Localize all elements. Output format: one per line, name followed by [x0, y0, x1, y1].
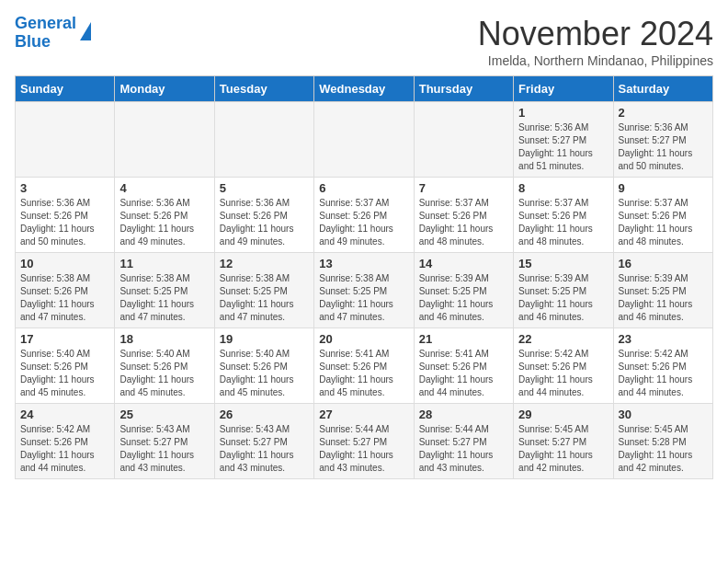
day-number: 1 [518, 106, 608, 120]
calendar-cell: 29Sunrise: 5:45 AM Sunset: 5:27 PM Dayli… [514, 404, 613, 479]
day-info: Sunrise: 5:41 AM Sunset: 5:26 PM Dayligh… [319, 348, 408, 399]
day-info: Sunrise: 5:38 AM Sunset: 5:26 PM Dayligh… [20, 272, 109, 324]
day-info: Sunrise: 5:45 AM Sunset: 5:28 PM Dayligh… [619, 423, 708, 475]
weekday-header-sunday: Sunday [16, 76, 115, 102]
calendar-cell: 18Sunrise: 5:40 AM Sunset: 5:26 PM Dayli… [115, 328, 214, 404]
day-info: Sunrise: 5:42 AM Sunset: 5:26 PM Dayligh… [20, 423, 109, 475]
day-number: 8 [518, 181, 608, 195]
calendar-cell: 12Sunrise: 5:38 AM Sunset: 5:25 PM Dayli… [214, 253, 313, 328]
day-info: Sunrise: 5:42 AM Sunset: 5:26 PM Dayligh… [518, 348, 608, 399]
day-info: Sunrise: 5:43 AM Sunset: 5:27 PM Dayligh… [119, 423, 209, 475]
logo-line2: Blue [15, 33, 76, 52]
day-number: 25 [119, 408, 209, 421]
calendar-cell: 9Sunrise: 5:37 AM Sunset: 5:26 PM Daylig… [613, 178, 712, 253]
logo-text: General Blue [15, 15, 76, 52]
calendar-cell: 1Sunrise: 5:36 AM Sunset: 5:27 PM Daylig… [514, 102, 613, 178]
day-info: Sunrise: 5:39 AM Sunset: 5:25 PM Dayligh… [518, 272, 608, 324]
day-info: Sunrise: 5:40 AM Sunset: 5:26 PM Dayligh… [20, 348, 109, 399]
day-info: Sunrise: 5:37 AM Sunset: 5:26 PM Dayligh… [419, 197, 508, 248]
location: Imelda, Northern Mindanao, Philippines [478, 53, 713, 68]
calendar-cell: 16Sunrise: 5:39 AM Sunset: 5:25 PM Dayli… [613, 253, 712, 328]
day-number: 29 [518, 408, 608, 421]
day-info: Sunrise: 5:42 AM Sunset: 5:26 PM Dayligh… [619, 348, 708, 399]
calendar-cell: 4Sunrise: 5:36 AM Sunset: 5:26 PM Daylig… [115, 178, 214, 253]
day-info: Sunrise: 5:36 AM Sunset: 5:26 PM Dayligh… [20, 197, 109, 248]
calendar-cell: 7Sunrise: 5:37 AM Sunset: 5:26 PM Daylig… [414, 178, 513, 253]
calendar-cell: 27Sunrise: 5:44 AM Sunset: 5:27 PM Dayli… [314, 404, 414, 479]
day-info: Sunrise: 5:36 AM Sunset: 5:26 PM Dayligh… [220, 197, 309, 248]
day-info: Sunrise: 5:36 AM Sunset: 5:26 PM Dayligh… [119, 197, 209, 248]
day-info: Sunrise: 5:39 AM Sunset: 5:25 PM Dayligh… [619, 272, 708, 324]
weekday-header-thursday: Thursday [414, 76, 513, 102]
day-info: Sunrise: 5:37 AM Sunset: 5:26 PM Dayligh… [518, 197, 608, 248]
logo-line1: General [15, 15, 76, 33]
calendar-cell: 3Sunrise: 5:36 AM Sunset: 5:26 PM Daylig… [16, 178, 115, 253]
day-info: Sunrise: 5:40 AM Sunset: 5:26 PM Dayligh… [119, 348, 209, 399]
calendar-cell [16, 102, 115, 178]
day-number: 21 [419, 332, 508, 346]
day-number: 30 [619, 408, 708, 421]
day-info: Sunrise: 5:36 AM Sunset: 5:27 PM Dayligh… [619, 121, 708, 173]
logo: General Blue [15, 15, 91, 52]
day-number: 10 [20, 257, 109, 270]
day-number: 20 [319, 332, 408, 346]
calendar-week-3: 10Sunrise: 5:38 AM Sunset: 5:26 PM Dayli… [16, 253, 713, 328]
day-info: Sunrise: 5:44 AM Sunset: 5:27 PM Dayligh… [419, 423, 508, 475]
calendar-cell: 13Sunrise: 5:38 AM Sunset: 5:25 PM Dayli… [314, 253, 414, 328]
calendar-header: SundayMondayTuesdayWednesdayThursdayFrid… [16, 76, 713, 102]
day-number: 9 [619, 181, 708, 195]
weekday-header-wednesday: Wednesday [314, 76, 414, 102]
calendar-cell: 2Sunrise: 5:36 AM Sunset: 5:27 PM Daylig… [613, 102, 712, 178]
weekday-header-monday: Monday [115, 76, 214, 102]
calendar-week-2: 3Sunrise: 5:36 AM Sunset: 5:26 PM Daylig… [16, 178, 713, 253]
calendar-cell [115, 102, 214, 178]
day-info: Sunrise: 5:37 AM Sunset: 5:26 PM Dayligh… [319, 197, 408, 248]
day-info: Sunrise: 5:39 AM Sunset: 5:25 PM Dayligh… [419, 272, 508, 324]
day-info: Sunrise: 5:37 AM Sunset: 5:26 PM Dayligh… [619, 197, 708, 248]
calendar-cell: 15Sunrise: 5:39 AM Sunset: 5:25 PM Dayli… [514, 253, 613, 328]
day-number: 11 [119, 257, 209, 270]
day-info: Sunrise: 5:41 AM Sunset: 5:26 PM Dayligh… [419, 348, 508, 399]
calendar-cell: 10Sunrise: 5:38 AM Sunset: 5:26 PM Dayli… [16, 253, 115, 328]
day-number: 2 [619, 106, 708, 120]
day-info: Sunrise: 5:44 AM Sunset: 5:27 PM Dayligh… [319, 423, 408, 475]
calendar-cell: 11Sunrise: 5:38 AM Sunset: 5:25 PM Dayli… [115, 253, 214, 328]
day-info: Sunrise: 5:45 AM Sunset: 5:27 PM Dayligh… [518, 423, 608, 475]
calendar-week-5: 24Sunrise: 5:42 AM Sunset: 5:26 PM Dayli… [16, 404, 713, 479]
day-info: Sunrise: 5:38 AM Sunset: 5:25 PM Dayligh… [220, 272, 309, 324]
day-number: 7 [419, 181, 508, 195]
day-number: 26 [220, 408, 309, 421]
day-info: Sunrise: 5:43 AM Sunset: 5:27 PM Dayligh… [220, 423, 309, 475]
calendar-cell: 14Sunrise: 5:39 AM Sunset: 5:25 PM Dayli… [414, 253, 513, 328]
day-number: 4 [119, 181, 209, 195]
day-number: 15 [518, 257, 608, 270]
day-number: 12 [220, 257, 309, 270]
day-info: Sunrise: 5:40 AM Sunset: 5:26 PM Dayligh… [220, 348, 309, 399]
day-number: 16 [619, 257, 708, 270]
calendar-cell [214, 102, 313, 178]
day-number: 22 [518, 332, 608, 346]
calendar-week-1: 1Sunrise: 5:36 AM Sunset: 5:27 PM Daylig… [16, 102, 713, 178]
weekday-header-saturday: Saturday [613, 76, 712, 102]
calendar-cell: 30Sunrise: 5:45 AM Sunset: 5:28 PM Dayli… [613, 404, 712, 479]
day-number: 5 [220, 181, 309, 195]
calendar-cell: 26Sunrise: 5:43 AM Sunset: 5:27 PM Dayli… [214, 404, 313, 479]
month-title: November 2024 [478, 15, 713, 53]
calendar-week-4: 17Sunrise: 5:40 AM Sunset: 5:26 PM Dayli… [16, 328, 713, 404]
weekday-header-tuesday: Tuesday [214, 76, 313, 102]
calendar-cell: 28Sunrise: 5:44 AM Sunset: 5:27 PM Dayli… [414, 404, 513, 479]
calendar-cell: 25Sunrise: 5:43 AM Sunset: 5:27 PM Dayli… [115, 404, 214, 479]
weekday-header-friday: Friday [514, 76, 613, 102]
calendar-cell: 8Sunrise: 5:37 AM Sunset: 5:26 PM Daylig… [514, 178, 613, 253]
calendar-cell: 19Sunrise: 5:40 AM Sunset: 5:26 PM Dayli… [214, 328, 313, 404]
calendar-cell [414, 102, 513, 178]
calendar-cell: 5Sunrise: 5:36 AM Sunset: 5:26 PM Daylig… [214, 178, 313, 253]
day-number: 19 [220, 332, 309, 346]
day-number: 17 [20, 332, 109, 346]
day-number: 6 [319, 181, 408, 195]
day-info: Sunrise: 5:38 AM Sunset: 5:25 PM Dayligh… [319, 272, 408, 324]
calendar-cell: 22Sunrise: 5:42 AM Sunset: 5:26 PM Dayli… [514, 328, 613, 404]
calendar-cell: 20Sunrise: 5:41 AM Sunset: 5:26 PM Dayli… [314, 328, 414, 404]
calendar-cell: 23Sunrise: 5:42 AM Sunset: 5:26 PM Dayli… [613, 328, 712, 404]
day-number: 3 [20, 181, 109, 195]
